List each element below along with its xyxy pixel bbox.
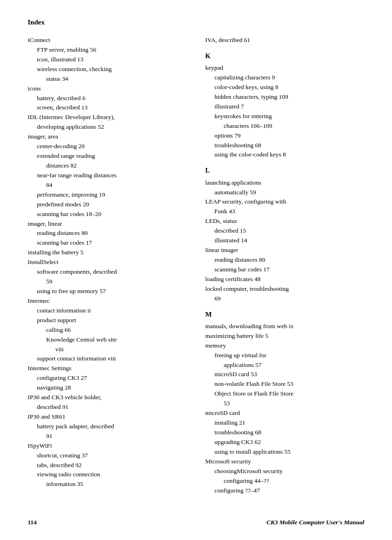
list-item: InstallSelect xyxy=(28,258,187,267)
list-item: LEDs, status xyxy=(205,216,364,226)
list-item: options 79 xyxy=(205,131,364,141)
list-item: IDL (Intermec Developer Library), xyxy=(28,113,187,122)
list-item: described 91 xyxy=(28,402,187,412)
list-item: developing applications 52 xyxy=(28,122,187,132)
list-item: maximizing battery life 5 xyxy=(205,331,364,341)
list-item: microSD card xyxy=(205,408,364,418)
list-item: keypad xyxy=(205,63,364,73)
list-item: status 34 xyxy=(28,74,187,84)
list-item: battery pack adapter, described xyxy=(28,422,187,432)
list-item: keystrokes for entering xyxy=(205,112,364,121)
list-item: contact information ii xyxy=(28,306,187,316)
list-item: battery, described 6 xyxy=(28,94,187,103)
page-title: Index xyxy=(28,18,364,26)
page-footer: 114 CK3 Mobile Computer User's Manual xyxy=(28,519,364,526)
list-item: Object Store or Flash File Store xyxy=(205,389,364,399)
list-item: navigating 28 xyxy=(28,383,187,393)
list-item: configuring 44–?? xyxy=(205,476,364,486)
page-container: Index iConnectFTP server, enabling 56ico… xyxy=(0,0,392,540)
list-item: performance, improving 19 xyxy=(28,190,187,200)
list-item: center-decoding 20 xyxy=(28,142,187,151)
list-item: predefined modes 20 xyxy=(28,200,187,210)
list-item: icon, illustrated 13 xyxy=(28,55,187,65)
list-item: scanning bar codes 17 xyxy=(28,238,187,248)
list-item: iConnect xyxy=(28,36,187,45)
list-item: ISpyWiFi xyxy=(28,441,187,451)
list-item: memory xyxy=(205,341,364,351)
list-item: IP30 and SR61 xyxy=(28,412,187,422)
list-item: microSD card 53 xyxy=(205,370,364,379)
list-item: Microsoft security xyxy=(205,457,364,467)
list-item: Knowledge Central web site xyxy=(28,335,187,345)
list-item: reading distances 80 xyxy=(28,228,187,238)
list-item: locked computer, troubleshooting xyxy=(205,284,364,294)
page-number: 114 xyxy=(28,519,37,526)
list-item: information 35 xyxy=(28,480,187,489)
list-item: installing the battery 5 xyxy=(28,248,187,258)
list-item: scanning bar codes 17 xyxy=(205,265,364,275)
list-item: described 15 xyxy=(205,226,364,236)
list-item: screen, described 13 xyxy=(28,103,187,113)
list-item: applications 57 xyxy=(205,360,364,370)
list-item: LEAP security, configuring with xyxy=(205,197,364,207)
list-item: software components, described xyxy=(28,267,187,277)
list-item: using to install applications 55 xyxy=(205,447,364,457)
list-item: FTP server, enabling 56 xyxy=(28,45,187,55)
list-item: Intermec xyxy=(28,296,187,306)
list-item: configuring CK3 27 xyxy=(28,373,187,383)
list-item: illustrated 7 xyxy=(205,102,364,112)
list-item: imager, linear xyxy=(28,219,187,229)
list-item: configuring ??–47 xyxy=(205,486,364,496)
list-item: IP30 and CK3 vehicle holder, xyxy=(28,393,187,402)
list-item: extended range reading xyxy=(28,151,187,161)
list-item: using the color-coded keys 8 xyxy=(205,150,364,160)
section-letter: K xyxy=(205,51,364,61)
list-item: manuals, downloading from web ix xyxy=(205,322,364,331)
list-item: choosingMicrosoft security xyxy=(205,467,364,476)
list-item: 91 xyxy=(28,432,187,441)
section-letter: M xyxy=(205,309,364,320)
list-item: automatically 59 xyxy=(205,188,364,198)
list-item: Intermec Settings xyxy=(28,364,187,373)
book-title: CK3 Mobile Computer User's Manual xyxy=(267,519,364,526)
list-item: linear imager xyxy=(205,246,364,255)
list-item: IVA, described 61 xyxy=(205,36,364,45)
list-item: loading certificates 48 xyxy=(205,275,364,284)
list-item: using to free up memory 57 xyxy=(28,287,187,296)
list-item: imager, area xyxy=(28,132,187,142)
list-item: viewing radio connection xyxy=(28,470,187,480)
list-item: distances 82 xyxy=(28,161,187,171)
left-column: iConnectFTP server, enabling 56icon, ill… xyxy=(28,36,187,495)
section-letter: L xyxy=(205,165,364,176)
list-item: Funk 43 xyxy=(205,207,364,216)
list-item: icons xyxy=(28,84,187,94)
list-item: tabs, described 92 xyxy=(28,461,187,470)
list-item: calling 66 xyxy=(28,325,187,335)
list-item: installing 21 xyxy=(205,418,364,428)
list-item: hidden characters, typing 109 xyxy=(205,92,364,102)
list-item: color-coded keys, using 8 xyxy=(205,83,364,92)
right-column: IVA, described 61Kkeypadcapitalizing cha… xyxy=(205,36,364,495)
index-columns: iConnectFTP server, enabling 56icon, ill… xyxy=(28,36,364,495)
list-item: freeing up virtual for xyxy=(205,351,364,360)
list-item: 84 xyxy=(28,180,187,190)
list-item: illustrated 14 xyxy=(205,236,364,246)
list-item: scanning bar codes 18–20 xyxy=(28,210,187,219)
list-item: characters 106–109 xyxy=(205,121,364,131)
list-item: viii xyxy=(28,345,187,354)
list-item: 53 xyxy=(205,399,364,408)
list-item: 59 xyxy=(28,277,187,287)
list-item: launching applications xyxy=(205,178,364,188)
list-item: wireless connection, checking xyxy=(28,65,187,74)
list-item: 69 xyxy=(205,294,364,304)
list-item: reading distances 80 xyxy=(205,255,364,265)
list-item: shortcut, creating 37 xyxy=(28,451,187,461)
list-item: troubleshooting 68 xyxy=(205,141,364,150)
list-item: support contact information viii xyxy=(28,354,187,364)
list-item: non-volatile Flash File Store 53 xyxy=(205,379,364,389)
list-item: near-far range reading distances xyxy=(28,171,187,180)
list-item: product support xyxy=(28,316,187,325)
list-item: capitalizing characters 9 xyxy=(205,73,364,83)
list-item: upgrading CK3 62 xyxy=(205,438,364,447)
list-item: troubleshooting 68 xyxy=(205,428,364,438)
